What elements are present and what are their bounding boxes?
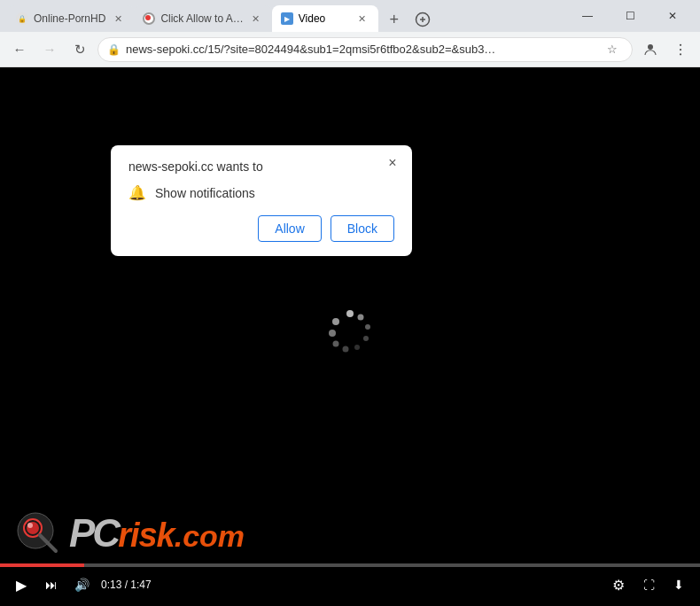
permission-text: Show notifications	[155, 186, 255, 200]
next-button[interactable]: ⏭	[41, 574, 62, 595]
volume-button[interactable]: 🔊	[71, 574, 92, 595]
video-player: PC risk .com ▶ ⏭ 🔊 0:13 / 1:47 ⚙ ⛶ ⬇ × n…	[0, 67, 700, 606]
svg-point-5	[346, 310, 354, 317]
block-button[interactable]: Block	[331, 215, 394, 242]
popup-close-button[interactable]: ×	[384, 154, 401, 172]
svg-point-1	[648, 44, 653, 50]
url-text: news-sepoki.cc/15/?site=8024494&sub1=2qm…	[126, 43, 596, 56]
minimize-button[interactable]: —	[567, 0, 608, 32]
settings-button[interactable]: ⚙	[608, 574, 629, 595]
fullscreen-button[interactable]: ⛶	[638, 574, 659, 595]
play-button[interactable]: ▶	[11, 574, 32, 595]
svg-point-9	[354, 345, 360, 350]
tab-favicon-1: 🔒	[16, 12, 28, 25]
tab-pornhd[interactable]: 🔒 Online-PornHD ✕	[7, 5, 134, 32]
svg-point-13	[332, 318, 339, 325]
domain-letters: .com	[175, 519, 245, 554]
title-bar: 🔒 Online-PornHD ✕ Click Allow to A… ✕ ▶ …	[0, 0, 700, 32]
tab-favicon-2	[143, 12, 155, 25]
tab-label-3: Video	[299, 12, 350, 25]
pcrisk-text: PC risk .com	[69, 511, 245, 556]
tabs-container: 🔒 Online-PornHD ✕ Click Allow to A… ✕ ▶ …	[7, 0, 560, 32]
menu-button[interactable]	[668, 37, 693, 62]
profile-button[interactable]	[638, 37, 663, 62]
tab-close-1[interactable]: ✕	[111, 12, 125, 26]
notification-popup: × news-sepoki.cc wants to 🔔 Show notific…	[111, 145, 412, 256]
loading-spinner	[323, 305, 377, 358]
window-controls: — ☐ ✕	[567, 0, 693, 32]
pcrisk-watermark: PC risk .com	[13, 509, 245, 557]
lock-icon: 🔒	[107, 43, 121, 56]
svg-point-17	[27, 523, 33, 528]
svg-point-3	[680, 48, 681, 50]
url-actions: ☆	[602, 39, 623, 60]
risk-letters: risk	[118, 517, 175, 555]
svg-point-2	[680, 43, 681, 45]
new-tab-button[interactable]: +	[382, 7, 407, 32]
popup-buttons: Allow Block	[128, 215, 394, 242]
right-controls: ⚙ ⛶ ⬇	[608, 574, 689, 595]
reload-button[interactable]: ↻	[67, 37, 92, 62]
forward-button[interactable]: →	[37, 37, 62, 62]
svg-point-4	[680, 53, 681, 55]
popup-permission: 🔔 Show notifications	[128, 184, 394, 201]
tab-label-1: Online-PornHD	[34, 12, 105, 25]
tab-video[interactable]: ▶ Video ✕	[272, 5, 378, 32]
tab-close-3[interactable]: ✕	[355, 12, 369, 26]
svg-point-11	[333, 341, 339, 347]
pcrisk-logo-icon	[13, 509, 62, 557]
svg-point-7	[365, 324, 370, 330]
tab-close-2[interactable]: ✕	[249, 12, 263, 26]
close-button[interactable]: ✕	[652, 0, 693, 32]
pc-letters: PC	[69, 511, 118, 556]
bell-icon: 🔔	[128, 184, 146, 201]
tab-favicon-3: ▶	[281, 12, 293, 25]
address-bar: ← → ↻ 🔒 news-sepoki.cc/15/?site=8024494&…	[0, 32, 700, 67]
svg-point-12	[329, 330, 336, 337]
tab-clickallow[interactable]: Click Allow to A… ✕	[134, 5, 271, 32]
extension-icon[interactable]	[410, 7, 435, 32]
bookmark-icon[interactable]: ☆	[602, 39, 623, 60]
allow-button[interactable]: Allow	[258, 215, 321, 242]
maximize-button[interactable]: ☐	[610, 0, 650, 32]
back-button[interactable]: ←	[7, 37, 32, 62]
download-button[interactable]: ⬇	[668, 574, 689, 595]
time-display: 0:13 / 1:47	[101, 579, 152, 591]
video-controls: ▶ ⏭ 🔊 0:13 / 1:47 ⚙ ⛶ ⬇	[0, 563, 700, 606]
svg-point-6	[358, 315, 364, 321]
progress-bar-container[interactable]	[0, 563, 700, 567]
url-box[interactable]: 🔒 news-sepoki.cc/15/?site=8024494&sub1=2…	[97, 37, 633, 62]
svg-point-10	[343, 346, 349, 353]
progress-bar-fill	[0, 563, 84, 567]
tab-label-2: Click Allow to A…	[160, 12, 243, 25]
popup-title: news-sepoki.cc wants to	[128, 159, 394, 174]
svg-point-8	[363, 336, 369, 341]
